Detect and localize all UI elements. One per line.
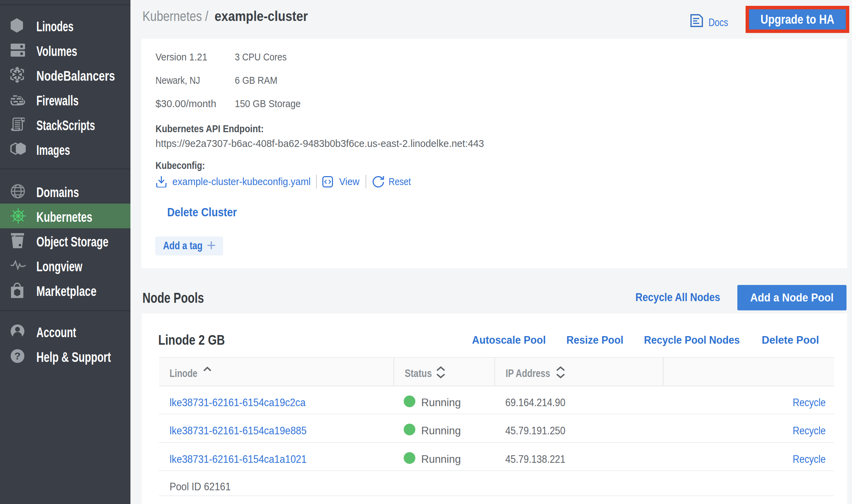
svg-text:?: ? [14,350,21,362]
